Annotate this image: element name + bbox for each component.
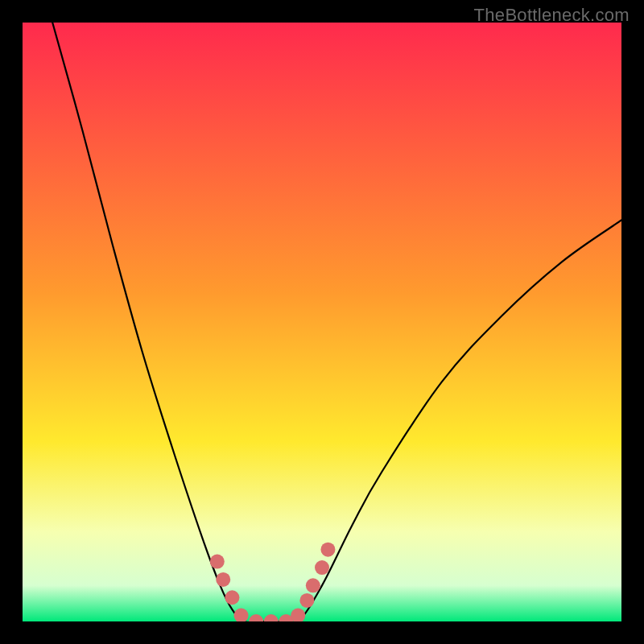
watermark-text: TheBottleneck.com	[474, 5, 630, 26]
marker-dot	[306, 578, 320, 592]
chart-svg	[23, 23, 621, 621]
marker-dot	[299, 593, 314, 608]
marker-dot	[320, 543, 335, 557]
marker-dot	[315, 560, 329, 575]
marker-dot	[210, 555, 225, 569]
marker-dot	[216, 572, 230, 587]
marker-dot	[225, 590, 239, 605]
chart-frame: TheBottleneck.com	[0, 0, 644, 644]
gradient-background	[23, 23, 621, 621]
plot-area	[23, 23, 621, 621]
